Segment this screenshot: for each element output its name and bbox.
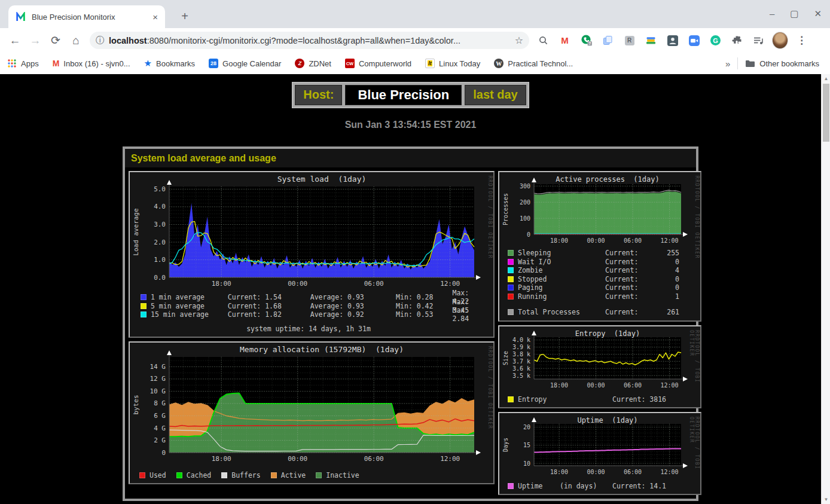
minimize-button[interactable]: – (770, 7, 774, 20)
svg-text:Days: Days (502, 437, 509, 451)
browser-tab[interactable]: Blue Precision Monitorix × (8, 5, 165, 28)
scroll-down-icon[interactable]: ▼ (822, 497, 830, 502)
search-icon[interactable] (535, 32, 551, 48)
svg-text:Processes: Processes (502, 193, 509, 225)
grammarly-icon[interactable]: G (707, 32, 724, 48)
page-scrollbar[interactable]: ▲ ▼ (821, 74, 830, 504)
new-tab-button[interactable]: + (177, 10, 193, 23)
svg-text:18:00: 18:00 (550, 237, 568, 244)
bookmark-bookmarks[interactable]: ★Bookmarks (144, 58, 195, 69)
svg-text:3.5 k: 3.5 k (512, 372, 530, 378)
tab-close-icon[interactable]: × (150, 12, 160, 22)
rrdtool-watermark: RRDTOOL / TOBI OETIKER (689, 330, 700, 407)
host-header: Host: Blue Precision last day (292, 82, 529, 108)
reader-icon[interactable]: R (621, 32, 637, 48)
books-icon[interactable] (643, 32, 659, 48)
legend-row: 5 min averageCurrent: 1.68Average: 0.93M… (131, 302, 486, 311)
svg-text:2.0: 2.0 (154, 239, 166, 246)
address-bar[interactable]: ⓘ localhost:8080/monitorix-cgi/monitorix… (90, 32, 529, 49)
puzzle-icon[interactable] (729, 32, 745, 48)
bookmark-google-calendar[interactable]: 28Google Calendar (209, 59, 281, 68)
entropy-panel: 3.5 k3.6 k3.7 k3.8 k3.9 k4.0 k18:0000:00… (498, 325, 701, 408)
svg-text:300: 300 (520, 183, 530, 190)
memory-panel: 02 G4 G6 G8 G10 G12 G14 G18:0000:0006:00… (129, 341, 495, 484)
site-info-icon[interactable]: ⓘ (96, 35, 104, 46)
bookmark-practical-technol-[interactable]: WPractical Technol... (494, 59, 573, 68)
bookmark-zdnet[interactable]: ZZDNet (295, 59, 331, 68)
bookmark-inbox-16-sjvn0-[interactable]: MInbox (16) - sjvn0... (53, 59, 130, 68)
svg-text:06:00: 06:00 (624, 237, 642, 244)
url-path: :8080/monitorix-cgi/monitorix.cgi?mode=l… (147, 36, 460, 45)
svg-text:06:00: 06:00 (364, 280, 384, 288)
folder-icon (745, 59, 755, 68)
bookmark-apps[interactable]: Apps (7, 59, 39, 68)
extension-icons: M?RG⋮ (535, 32, 810, 48)
svg-text:200: 200 (520, 199, 530, 206)
maximize-button[interactable]: ▢ (790, 7, 798, 20)
divider (737, 57, 738, 69)
copy-icon[interactable] (600, 32, 616, 48)
avatar-icon[interactable] (772, 32, 788, 48)
system-load-legend: 1 min averageCurrent: 1.54Average: 0.93M… (131, 293, 486, 319)
bookmarks-right: » Other bookmarks (725, 57, 823, 69)
back-button[interactable]: ← (5, 32, 25, 50)
other-bookmarks-label: Other bookmarks (759, 59, 819, 68)
entropy-legend: EntropyCurrent: 3816 (501, 395, 693, 404)
forward-button[interactable]: → (25, 32, 45, 50)
legend-item: Buffers (221, 471, 260, 479)
legend-row: RunningCurrent:1 (501, 292, 693, 301)
bookmarks-overflow-icon[interactable]: » (725, 59, 730, 69)
svg-text:14 G: 14 G (150, 362, 166, 370)
legend-row: Uptime(in days)Current: 14.1 (501, 482, 693, 490)
svg-text:System load (1day): System load (1day) (277, 175, 367, 184)
host-name: Blue Precision (345, 85, 462, 105)
svg-text:18:00: 18:00 (550, 469, 568, 475)
person-icon[interactable] (664, 32, 681, 48)
bookmarks-bar: AppsMInbox (16) - sjvn0...★Bookmarks28Go… (0, 53, 830, 74)
phone-icon[interactable]: ? (578, 32, 594, 48)
legend-row: 15 min averageCurrent: 1.82Average: 0.92… (131, 310, 486, 319)
svg-text:3.6 k: 3.6 k (512, 365, 530, 371)
scroll-up-icon[interactable]: ▲ (822, 76, 830, 81)
bookmark-star-icon[interactable]: ☆ (515, 35, 523, 46)
playlist-icon[interactable] (750, 32, 767, 48)
browser-toolbar: ←→⟳⌂ ⓘ localhost:8080/monitorix-cgi/moni… (0, 28, 830, 53)
browser-window: Blue Precision Monitorix × + –▢✕ ←→⟳⌂ ⓘ … (0, 0, 830, 504)
home-button[interactable]: ⌂ (66, 32, 86, 50)
svg-text:10 G: 10 G (150, 387, 166, 395)
rrdtool-watermark: RRDTOOL / TOBI OETIKER (487, 176, 493, 259)
svg-text:0.0: 0.0 (154, 274, 166, 282)
gmail-icon[interactable]: M (557, 32, 573, 48)
bookmark-linux-today[interactable]: ltLinux Today (425, 59, 480, 68)
monitorix-section: System load average and usage 0.01.02.03… (123, 146, 698, 501)
active-processes-legend: SleepingCurrent:255Wait I/OCurrent:0Zomb… (501, 249, 693, 317)
scrollbar-thumb[interactable] (823, 84, 829, 142)
svg-text:18:00: 18:00 (212, 455, 231, 463)
svg-text:3.8 k: 3.8 k (512, 351, 530, 358)
rrdtool-watermark: RRDTOOL / TOBI OETIKER (689, 417, 700, 494)
svg-text:12:00: 12:00 (661, 237, 679, 244)
uptime-panel: 10152018:0000:0006:0012:00DaysUptime (1d… (498, 412, 701, 495)
svg-text:18:00: 18:00 (212, 280, 231, 288)
svg-text:Memory allocation (15792MB) (: Memory allocation (15792MB) (1day) (240, 345, 404, 354)
period-label[interactable]: last day (465, 85, 526, 105)
svg-text:12:00: 12:00 (661, 382, 679, 389)
svg-text:Uptime (1day): Uptime (1day) (577, 416, 637, 424)
memory-legend: UsedCachedBuffersActiveInactive (131, 471, 486, 479)
svg-text:5.0: 5.0 (154, 185, 166, 193)
close-button[interactable]: ✕ (814, 7, 822, 20)
svg-text:4.0: 4.0 (154, 203, 166, 210)
legend-row: StoppedCurrent:0 (501, 275, 693, 284)
svg-text:06:00: 06:00 (624, 469, 642, 475)
svg-text:06:00: 06:00 (364, 455, 384, 463)
svg-text:0: 0 (161, 448, 166, 456)
svg-text:12:00: 12:00 (440, 455, 460, 463)
other-bookmarks-button[interactable]: Other bookmarks (745, 59, 819, 68)
zoom-icon[interactable] (686, 32, 702, 48)
bookmark-computerworld[interactable]: CWComputerworld (345, 59, 411, 68)
menu-icon[interactable]: ⋮ (794, 32, 810, 48)
reload-button[interactable]: ⟳ (45, 32, 66, 50)
rrdtool-watermark: RRDTOOL / TOBI OETIKER (487, 346, 493, 429)
svg-text:Active processes (1day): Active processes (1day) (556, 175, 659, 184)
svg-text:2 G: 2 G (154, 436, 166, 444)
